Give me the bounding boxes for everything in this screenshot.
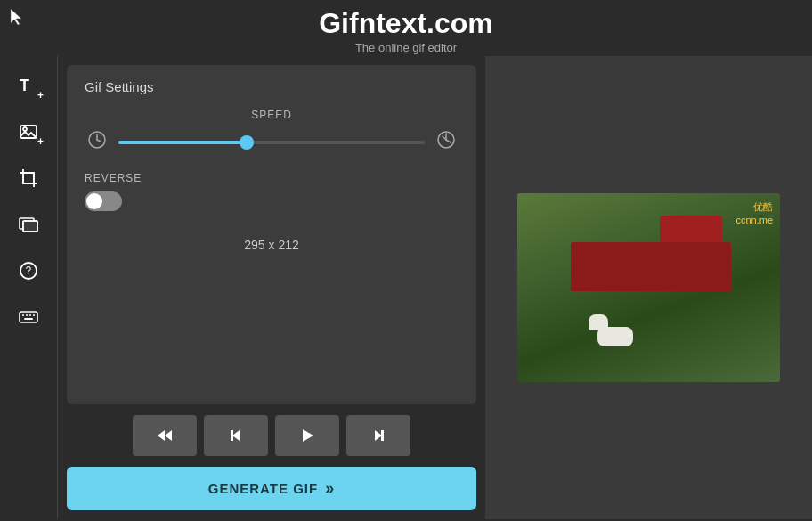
svg-marker-21	[303, 429, 313, 442]
add-image-plus: +	[37, 136, 44, 147]
svg-marker-22	[375, 430, 382, 441]
svg-text:T: T	[20, 77, 29, 94]
sidebar-item-add-image[interactable]: +	[8, 111, 49, 152]
svg-rect-5	[23, 221, 37, 232]
play-button[interactable]	[275, 415, 339, 456]
truck-body	[571, 242, 731, 291]
generate-gif-label: GENERATE GIF	[208, 481, 318, 496]
sidebar-item-help[interactable]: ?	[8, 250, 49, 291]
next-frame-button[interactable]	[346, 415, 410, 456]
sidebar-item-crop[interactable]	[8, 158, 49, 199]
gif-background: 优酷 ccnn.me	[517, 193, 780, 382]
dog-shape	[589, 320, 642, 355]
gif-preview: 优酷 ccnn.me	[517, 193, 780, 382]
generate-gif-button[interactable]: GENERATE GIF »	[67, 467, 476, 510]
toggle-knob	[86, 193, 102, 209]
add-text-plus: +	[37, 90, 44, 101]
watermark: 优酷 ccnn.me	[735, 200, 773, 228]
truck-cab	[660, 216, 722, 242]
svg-marker-19	[232, 430, 240, 441]
speed-row	[85, 130, 459, 154]
header: Gifntext.com The online gif editor	[0, 0, 812, 56]
rewind-button[interactable]	[133, 415, 197, 456]
dimensions-display: 295 x 212	[85, 238, 459, 252]
svg-marker-18	[165, 430, 172, 441]
reverse-label: REVERSE	[85, 172, 459, 184]
speed-slow-icon[interactable]	[85, 130, 110, 154]
svg-rect-23	[381, 430, 384, 441]
sidebar-item-frames[interactable]	[8, 204, 49, 245]
dog-body	[597, 327, 633, 346]
speed-fast-icon[interactable]	[434, 130, 459, 154]
playback-controls	[67, 411, 476, 460]
sidebar: T + +	[0, 56, 58, 519]
prev-frame-button[interactable]	[204, 415, 268, 456]
truck-shape	[571, 220, 731, 291]
reverse-toggle[interactable]	[85, 191, 122, 211]
gif-settings-title: Gif Settings	[85, 79, 459, 94]
svg-rect-3	[23, 173, 34, 183]
reverse-section: REVERSE	[85, 172, 459, 211]
svg-rect-20	[231, 430, 233, 441]
toggle-container	[85, 191, 459, 211]
watermark-line2: ccnn.me	[735, 214, 773, 227]
sidebar-item-keyboard[interactable]	[8, 297, 49, 338]
generate-gif-chevrons: »	[325, 479, 335, 498]
speed-slider-thumb[interactable]	[240, 135, 254, 150]
gif-settings-box: Gif Settings SPEED	[67, 65, 476, 404]
speed-section: SPEED	[85, 109, 459, 154]
cursor-indicator	[7, 7, 27, 30]
right-panel: 优酷 ccnn.me	[485, 56, 812, 519]
app-title: Gifntext.com	[0, 7, 812, 40]
svg-text:?: ?	[26, 265, 32, 277]
speed-slider[interactable]	[118, 134, 425, 151]
speed-slider-fill	[118, 141, 247, 144]
svg-rect-9	[20, 312, 37, 322]
sidebar-item-add-text[interactable]: T +	[8, 65, 49, 106]
svg-point-2	[23, 127, 27, 131]
watermark-line1: 优酷	[735, 200, 773, 214]
main-layout: T + +	[0, 56, 812, 519]
svg-marker-17	[158, 430, 165, 441]
speed-label: SPEED	[85, 109, 459, 121]
app-subtitle: The online gif editor	[0, 41, 812, 54]
center-panel: Gif Settings SPEED	[58, 56, 485, 519]
speed-slider-track	[118, 141, 425, 144]
